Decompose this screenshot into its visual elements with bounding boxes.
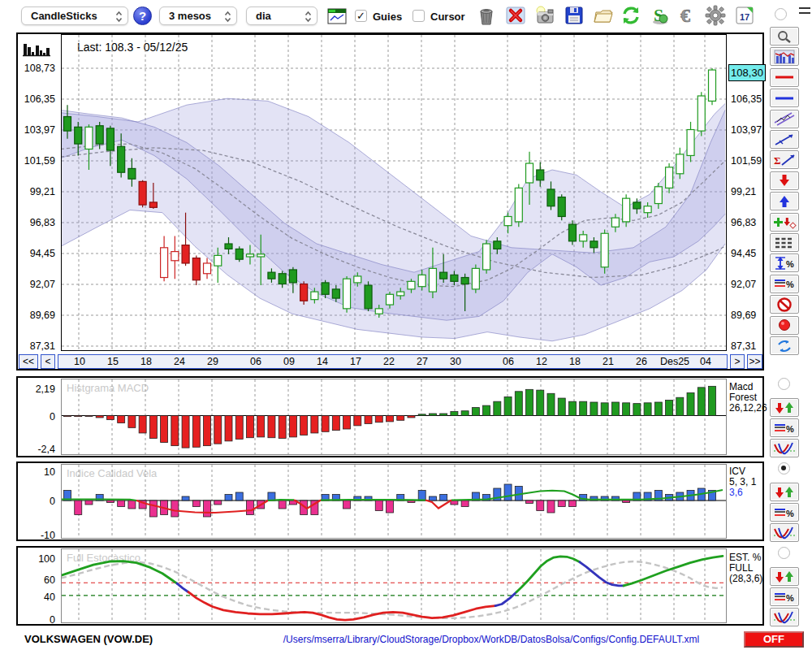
date-label: 15 xyxy=(107,356,119,367)
last-price-tag: 108,30 xyxy=(728,64,766,81)
macd-plot-area[interactable] xyxy=(61,379,727,455)
main-y-label-right: 87,31 xyxy=(731,340,756,352)
tool-trendline-button[interactable] xyxy=(770,130,799,149)
nav-fwd-button[interactable]: > xyxy=(730,354,745,369)
svg-text:17: 17 xyxy=(740,12,749,22)
main-y-label-left: 106,35 xyxy=(16,93,55,105)
menu-grip-icon[interactable] xyxy=(799,7,810,14)
help-button[interactable]: ? xyxy=(133,6,152,25)
date-label: 10 xyxy=(74,356,85,367)
tool-arrow-up-blue-button[interactable] xyxy=(770,192,799,210)
main-chart-radio[interactable] xyxy=(775,8,787,20)
tool-lines-percent-button[interactable]: % xyxy=(770,275,799,293)
tool-mini-candle-chart-button[interactable] xyxy=(770,47,799,66)
euro-icon[interactable]: € xyxy=(678,5,699,26)
svg-text:%: % xyxy=(786,280,794,289)
tool-swap-arrows-button[interactable] xyxy=(770,336,799,355)
icv-y-label: 10 xyxy=(16,466,55,478)
date-label: 27 xyxy=(417,356,428,367)
settings-gear-icon[interactable] xyxy=(705,5,726,26)
camera-icon[interactable] xyxy=(534,5,555,26)
macd-y-label: 0 xyxy=(16,411,55,422)
main-y-label-left: 94,45 xyxy=(16,248,55,259)
nav-fwd-fast-button[interactable]: >> xyxy=(747,354,762,369)
stoch-plot-area[interactable] xyxy=(61,548,727,623)
main-y-label-right: 94,45 xyxy=(731,248,756,259)
refresh-sync-icon[interactable] xyxy=(620,5,641,26)
timeframe-select[interactable]: dia xyxy=(246,6,317,25)
main-y-label-right: 89,69 xyxy=(731,310,756,321)
chevron-updown-icon xyxy=(224,11,231,23)
indicator-1-curve-button[interactable] xyxy=(770,523,799,542)
date-label: 30 xyxy=(450,356,461,367)
main-plot-area[interactable] xyxy=(61,34,727,351)
indicator-2-lines-percent-button[interactable]: % xyxy=(770,587,799,606)
icv-right-info: ICV5, 3, 13,6 xyxy=(729,466,756,498)
main-y-label-left: 103,97 xyxy=(16,124,55,136)
trash-icon[interactable] xyxy=(476,5,497,26)
volume-style-icon[interactable] xyxy=(22,39,51,60)
main-y-label-left: 99,21 xyxy=(16,186,55,197)
main-y-label-left: 87,31 xyxy=(16,340,55,352)
config-path[interactable]: /Users/mserra/Library/CloudStorage/Dropb… xyxy=(248,634,735,645)
main-y-label-left: 92,07 xyxy=(16,279,55,290)
toolbar: CandleSticks ? 3 mesos dia ✓ Guies Curso… xyxy=(0,0,812,29)
tool-no-entry-button[interactable] xyxy=(770,295,799,314)
date-label: 18 xyxy=(140,356,152,367)
svg-text:Σ: Σ xyxy=(774,154,781,167)
indicator-1-arrows-red-green-button[interactable] xyxy=(770,483,799,501)
period-value: 3 mesos xyxy=(169,10,211,22)
chart-type-select[interactable]: CandleSticks xyxy=(21,6,128,25)
tool-plus-diamond-button[interactable] xyxy=(770,213,799,232)
indicator-radio-1[interactable] xyxy=(778,462,790,474)
icv-title: Indice Calidad Vela xyxy=(67,467,157,479)
main-y-label-right: 99,21 xyxy=(731,186,756,197)
off-button[interactable]: OFF xyxy=(744,631,804,648)
delete-x-icon[interactable] xyxy=(505,5,526,26)
mini-chart-button[interactable] xyxy=(327,8,347,24)
nav-back-button[interactable]: < xyxy=(41,354,55,369)
tool-channel-button[interactable] xyxy=(770,110,799,128)
guies-checkbox[interactable]: ✓ xyxy=(355,10,367,22)
calendar-icon[interactable]: 17 xyxy=(734,5,755,26)
tool-measure-percent-button[interactable]: % xyxy=(770,254,799,272)
svg-text:%: % xyxy=(786,593,794,603)
timeframe-value: dia xyxy=(256,10,271,22)
indicator-radio-2[interactable] xyxy=(778,547,790,559)
indicator-1-lines-percent-button[interactable]: % xyxy=(770,503,799,522)
main-y-label-left: 89,69 xyxy=(16,310,55,321)
guies-label: Guies xyxy=(373,11,402,23)
nav-back-fast-button[interactable]: << xyxy=(19,354,38,369)
tool-arrow-down-red-button[interactable] xyxy=(770,171,799,190)
save-floppy-icon[interactable] xyxy=(564,5,585,26)
stoch-y-label: 60 xyxy=(16,574,55,586)
indicator-2-curve-button[interactable] xyxy=(770,608,799,626)
indicator-0-curve-button[interactable] xyxy=(770,439,799,457)
tool-red-line-button[interactable] xyxy=(770,68,799,87)
icv-plot-area[interactable] xyxy=(61,464,727,539)
tool-record-button[interactable] xyxy=(770,316,799,335)
indicator-0-arrows-red-green-button[interactable] xyxy=(770,398,799,417)
tool-blue-line-button[interactable] xyxy=(770,89,799,107)
date-axis-strip[interactable]: 1015182429060914172227300612182126Des250… xyxy=(58,354,728,369)
indicator-radio-0[interactable] xyxy=(778,378,790,390)
date-label: 22 xyxy=(383,356,395,367)
indicator-0-lines-percent-button[interactable]: % xyxy=(770,418,799,437)
svg-text:%: % xyxy=(786,509,794,518)
main-y-label-right: 106,35 xyxy=(731,93,762,105)
stoch-y-label: 100 xyxy=(16,553,55,565)
tool-sigma-trend-button[interactable]: Σ xyxy=(770,150,799,169)
symbol-label: VOLKSWAGEN (VOW.DE) xyxy=(24,633,153,645)
svg-text:€: € xyxy=(680,5,690,26)
tool-dashes-button[interactable] xyxy=(770,233,799,252)
chart-type-value: CandleSticks xyxy=(31,10,97,22)
date-label: 24 xyxy=(174,356,185,367)
macd-y-label: -2,4 xyxy=(16,444,55,455)
open-folder-icon[interactable] xyxy=(593,5,614,26)
money-s-icon[interactable]: S xyxy=(650,5,671,26)
indicator-2-arrows-red-green-button[interactable] xyxy=(770,567,799,586)
period-select[interactable]: 3 mesos xyxy=(159,6,237,25)
cursor-checkbox[interactable] xyxy=(412,10,425,22)
tool-magnifier-button[interactable] xyxy=(770,27,799,46)
date-label: 17 xyxy=(350,356,361,367)
